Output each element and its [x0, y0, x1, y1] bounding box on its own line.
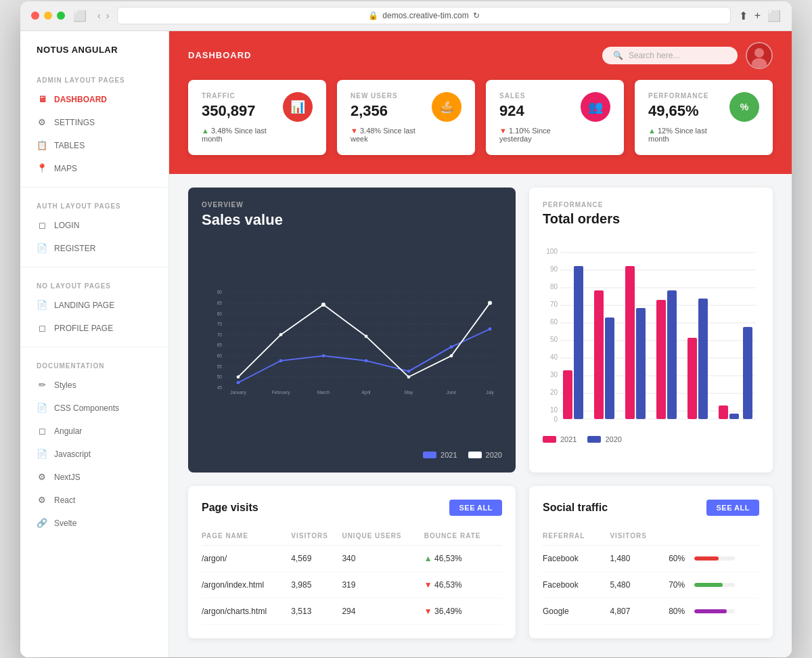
url-bar[interactable]: 🔒 demos.creative-tim.com ↻ — [117, 7, 730, 24]
share-icon[interactable]: ⬆ — [739, 9, 748, 22]
legend-color-white — [468, 452, 482, 458]
sidebar-item-landing[interactable]: 📄 LANDING PAGE — [20, 294, 168, 317]
col-pct — [669, 527, 694, 546]
refresh-icon[interactable]: ↻ — [473, 11, 480, 20]
sidebar-item-tables[interactable]: 📋 TABLES — [20, 134, 168, 157]
svg-text:60: 60 — [550, 318, 558, 326]
social-visitors: 4,807 — [610, 598, 669, 624]
sidebar-item-label: DASHBOARD — [54, 95, 107, 104]
social-bar — [694, 598, 759, 624]
sidebar-item-angular[interactable]: ◻ Angular — [20, 420, 168, 443]
sidebar-divider-3 — [20, 347, 168, 347]
header-right: 🔍 Search here... — [602, 42, 773, 69]
back-icon[interactable]: ‹ — [97, 10, 101, 21]
avatar[interactable] — [746, 42, 773, 69]
svg-rect-72 — [667, 290, 677, 419]
svg-text:July: July — [486, 390, 494, 395]
section-title-admin: ADMIN LAYOUT PAGES — [20, 68, 168, 88]
sidebar-item-label: REGISTER — [54, 244, 95, 253]
svg-point-32 — [365, 359, 368, 362]
sidebar-item-maps[interactable]: 📍 MAPS — [20, 157, 168, 180]
page-visits-tbody: /argon/ 4,569 340 ▲ 46,53% /argon/index.… — [202, 545, 502, 624]
legend-2020: 2020 — [468, 451, 502, 459]
stat-label-sales: SALES — [499, 92, 581, 100]
sidebar-item-styles[interactable]: ✏ Styles — [20, 374, 168, 397]
sidebar-item-profile[interactable]: ◻ PROFILE PAGE — [20, 317, 168, 340]
sidebar-item-css[interactable]: 📄 CSS Components — [20, 397, 168, 420]
overview-chart-card: OVERVIEW Sales value — [188, 188, 516, 473]
social-traffic-title: Social traffic — [543, 502, 608, 514]
svg-text:55: 55 — [217, 364, 223, 368]
bounce-arrow-up: ▲ — [424, 554, 432, 563]
search-icon: 🔍 — [613, 51, 623, 60]
svg-rect-65 — [563, 370, 572, 419]
sidebar-toggle-icon[interactable]: ⬜ — [73, 9, 87, 22]
main-content: DASHBOARD 🔍 Search here... — [169, 31, 792, 657]
social-traffic-see-all[interactable]: SEE ALL — [706, 500, 759, 516]
dot-red[interactable] — [31, 12, 39, 20]
sidebar-item-nextjs[interactable]: ⚙ NextJS — [20, 466, 168, 489]
col-page-name: PAGE NAME — [202, 527, 291, 546]
sidebar-item-register[interactable]: 📄 REGISTER — [20, 237, 168, 260]
duplicate-icon[interactable]: ⬜ — [767, 9, 781, 22]
change-arrow-up-2: ▲ — [648, 127, 656, 135]
sidebar-item-svelte[interactable]: 🔗 Svelte — [20, 512, 168, 535]
row-bounce: ▼ 46,53% — [424, 571, 502, 598]
new-tab-icon[interactable]: + — [754, 9, 761, 22]
perf-chart-title: Total orders — [543, 211, 759, 227]
svg-text:45: 45 — [217, 385, 223, 389]
row-visitors: 3,513 — [291, 598, 342, 624]
sidebar-item-login[interactable]: ◻ LOGIN — [20, 214, 168, 237]
table-row: Google 4,807 80% — [543, 598, 759, 624]
sidebar: NOTUS ANGULAR ADMIN LAYOUT PAGES 🖥 DASHB… — [20, 31, 169, 657]
svg-point-30 — [279, 359, 283, 362]
css-icon: 📄 — [37, 403, 47, 414]
page-visits-see-all[interactable]: SEE ALL — [449, 500, 502, 516]
perf-legend-label-2020: 2020 — [605, 435, 621, 443]
overview-title: Sales value — [202, 211, 502, 229]
svg-point-41 — [450, 354, 453, 357]
row-unique: 340 — [342, 545, 424, 571]
sidebar-item-javascript[interactable]: 📄 Javascript — [20, 443, 168, 466]
svg-text:70: 70 — [550, 301, 558, 308]
login-icon: ◻ — [37, 220, 47, 231]
forward-icon[interactable]: › — [106, 10, 110, 21]
sidebar-item-label: NextJS — [54, 473, 81, 482]
social-referral: Google — [543, 598, 610, 624]
svg-text:90: 90 — [550, 265, 558, 273]
svg-rect-70 — [636, 308, 646, 419]
svg-text:50: 50 — [550, 336, 558, 343]
charts-section: OVERVIEW Sales value — [169, 174, 792, 486]
sidebar-item-label: SETTINGS — [54, 118, 95, 127]
page-visits-title: Page visits — [202, 502, 258, 514]
social-pct: 80% — [669, 598, 694, 624]
social-bar-wrap — [694, 609, 735, 613]
social-visitors: 1,480 — [610, 545, 669, 571]
svg-text:January: January — [230, 390, 246, 395]
svg-text:90: 90 — [217, 290, 223, 294]
browser-nav-icons: ‹ › — [97, 10, 109, 21]
sidebar-item-dashboard[interactable]: 🖥 DASHBOARD — [20, 88, 168, 111]
stat-label-traffic: TRAFFIC — [202, 92, 283, 100]
page-visits-card: Page visits SEE ALL PAGE NAME VISITORS U… — [188, 486, 516, 638]
header-title: DASHBOARD — [188, 50, 252, 60]
dot-yellow[interactable] — [44, 12, 52, 20]
legend-2021: 2021 — [423, 451, 457, 459]
search-bar[interactable]: 🔍 Search here... — [602, 47, 738, 64]
svg-point-29 — [237, 380, 240, 384]
bar-chart-svg: 100 90 80 70 60 50 40 — [543, 238, 759, 427]
register-icon: 📄 — [37, 243, 47, 254]
maps-icon: 📍 — [37, 163, 47, 174]
dot-green[interactable] — [57, 12, 65, 20]
sidebar-item-settings[interactable]: ⚙ SETTINGS — [20, 111, 168, 134]
chart-legend: 2021 2020 — [202, 451, 502, 459]
sidebar-item-label: PROFILE PAGE — [54, 324, 113, 333]
svg-rect-73 — [687, 338, 697, 419]
sidebar-item-react[interactable]: ⚙ React — [20, 489, 168, 512]
sidebar-item-label: React — [54, 496, 75, 505]
svg-rect-68 — [605, 317, 614, 419]
social-traffic-card: Social traffic SEE ALL REFERRAL VISITORS — [529, 486, 773, 638]
styles-icon: ✏ — [37, 380, 47, 391]
page-visits-table: PAGE NAME VISITORS UNIQUE USERS BOUNCE R… — [202, 527, 502, 625]
perf-legend: 2021 2020 — [543, 435, 759, 443]
